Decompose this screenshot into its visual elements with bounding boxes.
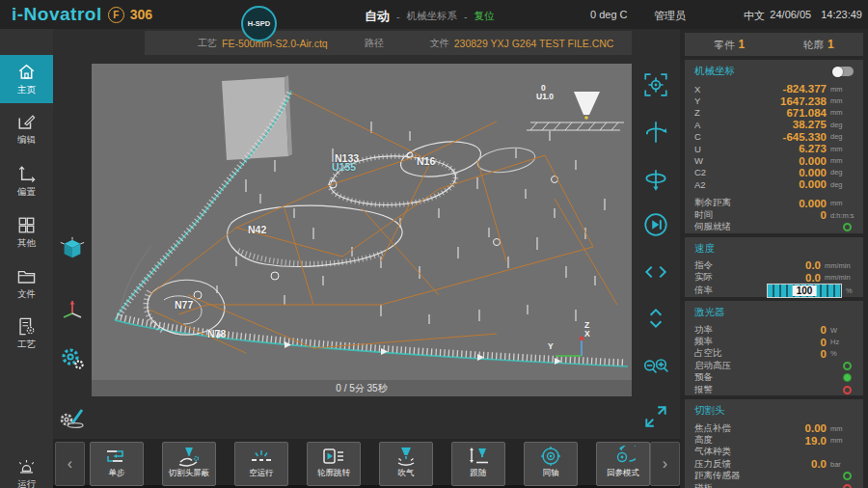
language-switcher[interactable]: 中文 — [744, 9, 765, 23]
process-label: 工艺 — [198, 37, 217, 50]
speed-command-row: 指令0.0mm/min — [685, 259, 863, 271]
laser-hv-row: 启动高压 — [685, 360, 863, 371]
contour-jump-icon — [321, 446, 346, 467]
distance-sensor-led — [843, 472, 852, 480]
app: i-Novatrol F 306 自动 - 机械坐标系 - 复位 0 deg C… — [0, 0, 868, 488]
part-label: 零件 — [714, 39, 734, 50]
toolbar-prev-button[interactable]: ‹ — [55, 442, 85, 486]
part-contour-header: 零件1 轮廓1 — [685, 33, 863, 56]
sidebar-item-label: 主页 — [17, 84, 36, 96]
machine-coords-card: 机械坐标 X-824.377mm Y1647.238mm Z671.084mm … — [685, 60, 863, 233]
fullscreen-button[interactable] — [639, 400, 672, 433]
dry-run-icon — [249, 446, 274, 467]
rotate-vertical-button[interactable] — [639, 163, 672, 196]
servo-ready-led — [843, 223, 852, 231]
head-indicator-line2: U1.0 — [536, 92, 554, 101]
top-bar: i-Novatrol F 306 自动 - 机械坐标系 - 复位 0 deg C… — [0, 0, 868, 29]
sidebar-item-process[interactable]: 工艺 — [0, 312, 53, 356]
sidebar-item-label: 编辑 — [17, 134, 36, 147]
laser-duty-row: 占空比0% — [685, 348, 863, 360]
blow-gas-button[interactable]: 吹气 — [379, 442, 433, 486]
laser-card: 激光器 功率0W 频率0Hz 占空比0% 启动高压 预备 报警 — [685, 301, 863, 395]
sidebar-item-files[interactable]: 文件 — [0, 261, 53, 306]
sidebar-item-run[interactable]: 运行 — [0, 451, 53, 488]
sidebar-item-offset[interactable]: 偏置 — [0, 159, 53, 203]
home-icon — [16, 62, 37, 82]
coord-system-label: 机械坐标系 — [407, 10, 458, 23]
machine-coords-toggle[interactable] — [833, 67, 854, 76]
toolpath-viewport[interactable]: N133 U155 N16 N42 N77 N78 0 U1.0 Z X Y — [92, 64, 632, 380]
single-step-button[interactable]: 单步 — [90, 442, 144, 486]
head-shield-button[interactable]: 切割头屏蔽 — [162, 442, 216, 486]
laser-power-row: 功率0W — [685, 324, 863, 336]
single-step-icon — [104, 446, 129, 467]
axis-label-x: X — [584, 329, 590, 339]
coord-row-x: X-824.377mm — [685, 83, 863, 95]
sidebar-item-other[interactable]: 其他 — [0, 210, 53, 255]
reset-status: 复位 — [475, 10, 495, 23]
next-arrow-icon: › — [663, 455, 667, 473]
pressure-row: 压力反馈0.0bar — [685, 458, 863, 470]
view-axes-button[interactable] — [58, 294, 87, 323]
coaxial-icon — [538, 446, 563, 467]
folder-icon — [16, 266, 37, 286]
path-label-n78: N78 — [207, 328, 226, 339]
ready-led — [843, 373, 852, 382]
fit-view-button[interactable] — [639, 68, 672, 101]
laser-alarm-row: 报警 — [685, 384, 863, 395]
beacon-icon — [16, 456, 37, 476]
hspd-badge: H-SPD — [241, 6, 277, 41]
alarm-led — [843, 386, 852, 394]
dry-run-button[interactable]: 空运行 — [234, 442, 288, 486]
time-row: 时间0d:h:m:s — [685, 209, 863, 221]
skip-to-point-button[interactable] — [639, 208, 672, 241]
path-label-n42: N42 — [248, 224, 266, 235]
user-role[interactable]: 管理员 — [654, 9, 686, 23]
button-label: 同轴 — [543, 468, 559, 479]
coaxial-button[interactable]: 同轴 — [524, 442, 578, 486]
override-value: 100 — [793, 285, 817, 296]
sidebar: 主页 编辑 偏置 其他 — [0, 29, 53, 488]
pan-vertical-icon — [642, 305, 669, 332]
view-3d-cube-button[interactable] — [58, 234, 87, 263]
run-progress-bar: 0 / 5分 35秒 — [92, 380, 632, 396]
pan-horizontal-button[interactable] — [639, 256, 672, 288]
pan-vertical-button[interactable] — [639, 302, 672, 335]
time-label: 14:23:49 — [821, 9, 862, 20]
cube-3d-icon — [59, 235, 86, 262]
cutting-head-card: 切割头 焦点补偿0.00mm 高度19.0mm 气体种类 压力反馈0.0bar … — [685, 399, 863, 488]
button-label: 轮廓跳转 — [317, 468, 350, 479]
button-label: 跟随 — [471, 468, 487, 479]
reference-mode-button[interactable]: 回参模式 — [596, 442, 650, 486]
brand: i-Novatrol F 306 — [12, 4, 152, 25]
path-label-n16: N16 — [417, 155, 435, 167]
head-calibration-button[interactable] — [58, 402, 87, 431]
sidebar-item-home[interactable]: 主页 — [0, 55, 53, 103]
view-settings-button[interactable] — [58, 344, 87, 373]
laser-frequency-row: 频率0Hz — [685, 336, 863, 347]
toolbar-next-button[interactable]: › — [650, 442, 680, 486]
coord-row-c2: C20.000deg — [685, 167, 863, 178]
separator: - — [396, 11, 400, 22]
coord-row-u: U6.273mm — [685, 143, 863, 154]
temperature-readout: 0 deg C — [590, 9, 628, 20]
file-label: 文件 — [430, 37, 449, 50]
path-label-n77: N77 — [175, 299, 193, 311]
contour-jump-button[interactable]: 轮廓跳转 — [307, 442, 361, 486]
sidebar-item-label: 文件 — [17, 288, 36, 301]
contour-value: 1 — [827, 38, 834, 51]
gears-icon — [59, 345, 86, 372]
height-row: 高度19.0mm — [685, 434, 863, 446]
speed-card: 速度 指令0.0mm/min 实际0.0mm/min 倍率 100 % — [685, 237, 863, 297]
rotate-horizontal-button[interactable] — [639, 116, 672, 149]
sidebar-item-label: 偏置 — [17, 186, 36, 199]
override-slider[interactable]: 100 — [767, 284, 842, 298]
f-badge-icon: F — [108, 7, 124, 23]
button-label: 回参模式 — [607, 468, 639, 479]
speed-title: 速度 — [694, 242, 715, 256]
zoom-button[interactable] — [639, 350, 672, 383]
sidebar-item-label: 工艺 — [17, 339, 36, 351]
follow-button[interactable]: 跟随 — [451, 442, 505, 486]
blow-gas-icon — [393, 446, 419, 467]
sidebar-item-edit[interactable]: 编辑 — [0, 107, 53, 151]
